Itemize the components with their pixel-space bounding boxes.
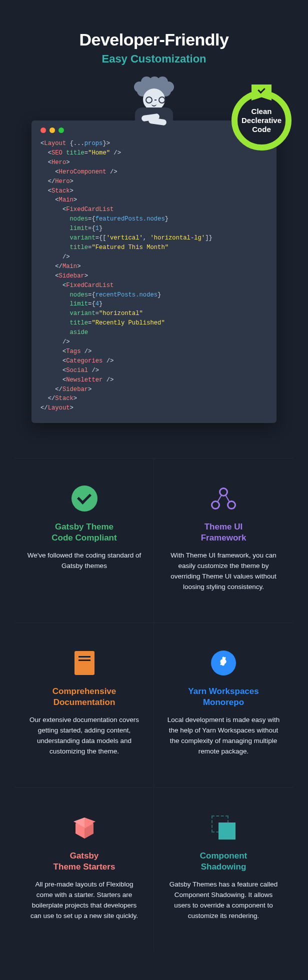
clean-code-badge: Clean Declerative Code — [232, 90, 292, 150]
feature-card: Yarn WorkspacesMonorepo Local developmen… — [154, 622, 293, 787]
check-circle-icon — [72, 486, 98, 512]
minimize-icon — [50, 128, 55, 133]
code-content: <Layout {...props}> <SEO title="Home" />… — [40, 139, 268, 413]
feature-title: Yarn WorkspacesMonorepo — [166, 686, 281, 708]
feature-body: Gatsby Themes has a feature called Compo… — [166, 880, 281, 922]
feature-card: Gatsby ThemeCode Compliant We've followe… — [15, 458, 154, 622]
maximize-icon — [58, 128, 64, 133]
feature-body: Our extensive documentation covers getti… — [27, 715, 142, 757]
feature-body: Local development is made easy with the … — [166, 715, 281, 757]
feature-body: With Theme UI framework, you can easily … — [166, 550, 281, 592]
feature-card: Theme UIFramework With Theme UI framewor… — [154, 458, 293, 622]
shadow-icon — [212, 816, 236, 840]
feature-title: GatsbyTheme Starters — [27, 850, 142, 872]
feature-card: ComponentShadowing Gatsby Themes has a f… — [154, 787, 293, 952]
badge-line3: Code — [252, 125, 271, 134]
feature-body: We've followed the coding standard of Ga… — [27, 550, 142, 572]
page-subtitle: Easy Customization — [15, 52, 293, 66]
yarn-icon — [211, 650, 236, 676]
close-icon — [40, 128, 46, 133]
developer-illustration — [104, 76, 204, 136]
feature-title: ComponentShadowing — [166, 850, 281, 872]
document-icon — [74, 651, 94, 675]
feature-card: GatsbyTheme Starters All pre-made layout… — [15, 787, 154, 952]
ribbon-check-icon — [252, 84, 272, 100]
feature-body: All pre-made layouts of Flexiblog come w… — [27, 880, 142, 922]
badge-line2: Declerative — [242, 116, 282, 125]
feature-title: Theme UIFramework — [166, 522, 281, 544]
code-example: Clean Declerative Code <Layout {...props… — [32, 120, 276, 423]
feature-title: Gatsby ThemeCode Compliant — [27, 522, 142, 544]
feature-title: ComprehensiveDocumentation — [27, 686, 142, 708]
badge-line1: Clean — [252, 107, 272, 116]
page-title: Developer-Friendly — [15, 30, 293, 50]
feature-card: ComprehensiveDocumentation Our extensive… — [15, 622, 154, 787]
box-icon — [72, 816, 96, 838]
theme-ui-icon — [211, 488, 236, 510]
